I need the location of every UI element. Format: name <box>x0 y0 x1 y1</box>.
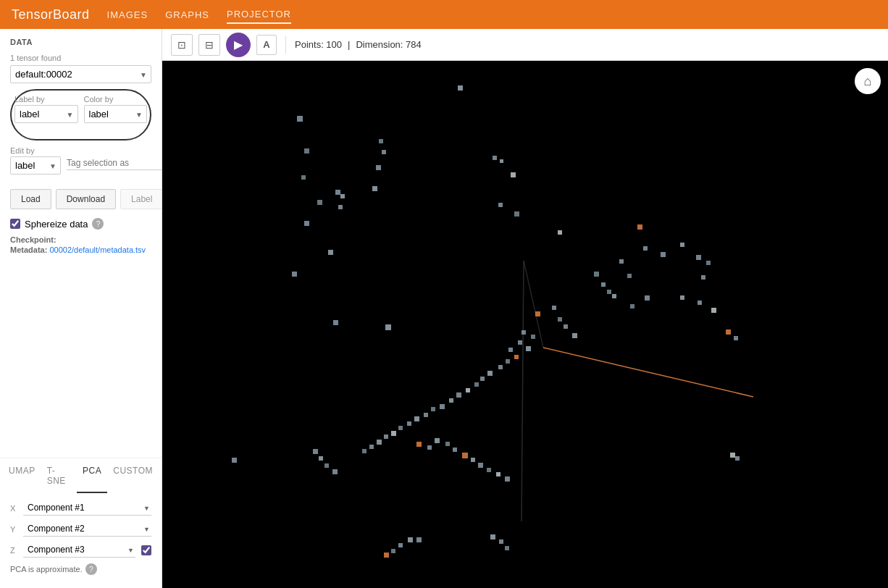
svg-rect-3 <box>297 116 303 122</box>
svg-rect-9 <box>500 159 503 163</box>
svg-rect-81 <box>478 463 483 468</box>
svg-rect-39 <box>645 295 650 301</box>
home-button[interactable]: ⌂ <box>855 68 881 94</box>
tensor-select[interactable]: default:00002 <box>10 65 151 83</box>
svg-rect-92 <box>416 537 422 542</box>
play-button[interactable]: ▶ <box>226 33 251 57</box>
svg-rect-78 <box>453 448 457 452</box>
text-icon: A <box>263 39 269 50</box>
svg-rect-65 <box>424 413 428 417</box>
color-by-select[interactable]: label <box>84 105 148 123</box>
z-component-select[interactable]: Component #3 <box>23 542 135 558</box>
y-component-select[interactable]: Component #2 <box>23 521 151 537</box>
label-button[interactable]: Label <box>120 189 162 209</box>
svg-rect-34 <box>607 290 611 294</box>
text-button[interactable]: A <box>256 35 277 55</box>
sphereize-row: Sphereize data ? <box>10 218 151 230</box>
svg-rect-79 <box>462 453 468 458</box>
svg-rect-28 <box>696 255 701 260</box>
svg-rect-87 <box>391 549 395 553</box>
svg-rect-41 <box>698 301 702 305</box>
x-axis-row: X Component #1 ▼ <box>10 500 151 516</box>
svg-rect-6 <box>382 150 386 154</box>
tensor-count: 1 tensor found <box>10 54 151 62</box>
play-icon: ▶ <box>234 38 243 51</box>
y-axis-row: Y Component #2 ▼ <box>10 521 151 537</box>
pca-approx-help-icon[interactable]: ? <box>85 563 97 575</box>
svg-rect-94 <box>319 456 323 461</box>
nav-projector[interactable]: PROJECTOR <box>227 6 291 24</box>
svg-rect-66 <box>414 416 419 421</box>
sphereize-help-icon[interactable]: ? <box>92 218 104 230</box>
canvas-area[interactable]: ⌂ <box>162 61 888 588</box>
svg-rect-68 <box>398 426 403 430</box>
svg-rect-57 <box>487 371 493 376</box>
edit-by-select[interactable]: label <box>10 156 61 175</box>
svg-rect-73 <box>362 449 366 453</box>
svg-rect-53 <box>508 348 513 352</box>
svg-rect-74 <box>416 442 422 447</box>
label-by-select[interactable]: label <box>14 105 78 123</box>
svg-rect-27 <box>680 243 684 247</box>
svg-rect-97 <box>726 329 731 335</box>
section-title: DATA <box>10 38 151 46</box>
dimension-info: Dimension: 784 <box>356 39 421 50</box>
tab-tsne[interactable]: T-SNE <box>41 458 77 493</box>
svg-rect-51 <box>518 340 522 345</box>
svg-rect-91 <box>505 546 509 550</box>
svg-rect-88 <box>384 553 389 558</box>
svg-rect-89 <box>490 534 495 539</box>
svg-rect-30 <box>701 275 705 280</box>
svg-rect-69 <box>391 431 396 436</box>
label-by-field: Label by label ▼ <box>14 95 78 129</box>
edit-by-label: Edit by <box>10 146 61 155</box>
svg-rect-100 <box>735 456 740 461</box>
z-component-select-wrapper: Component #3 ▼ <box>23 542 135 558</box>
color-by-field: Color by label ▼ <box>84 95 148 129</box>
edit-by-select-wrapper: label ▼ <box>10 156 61 175</box>
svg-rect-75 <box>427 445 432 450</box>
svg-rect-49 <box>522 330 526 335</box>
tab-umap[interactable]: UMAP <box>3 458 41 493</box>
svg-rect-54 <box>514 355 519 359</box>
svg-rect-64 <box>431 407 435 411</box>
tabs-row: UMAP T-SNE PCA CUSTOM <box>0 458 162 493</box>
svg-rect-35 <box>612 294 616 298</box>
tab-pca[interactable]: PCA <box>77 458 107 493</box>
download-button[interactable]: Download <box>56 189 116 209</box>
settings-button[interactable]: ⊟ <box>198 34 220 56</box>
home-icon: ⌂ <box>864 74 872 89</box>
svg-rect-32 <box>385 324 391 330</box>
svg-rect-58 <box>480 377 485 381</box>
sphereize-label: Sphereize data <box>25 219 88 230</box>
sphereize-checkbox[interactable] <box>10 219 20 229</box>
svg-rect-24 <box>619 259 624 264</box>
svg-rect-40 <box>680 295 684 300</box>
load-button[interactable]: Load <box>10 189 51 209</box>
x-component-select[interactable]: Component #1 <box>23 500 151 516</box>
svg-rect-52 <box>526 346 531 351</box>
svg-rect-12 <box>511 172 516 177</box>
svg-rect-13 <box>335 190 340 195</box>
tag-input[interactable] <box>67 156 162 170</box>
y-component-select-wrapper: Component #2 ▼ <box>23 521 151 537</box>
svg-rect-101 <box>232 458 237 463</box>
tab-custom[interactable]: CUSTOM <box>107 458 159 493</box>
svg-line-2 <box>543 348 753 397</box>
viz-toolbar: ⊡ ⊟ ▶ A Points: 100 | Dimension: 784 <box>162 29 888 61</box>
svg-rect-55 <box>506 359 510 364</box>
svg-rect-45 <box>552 306 556 310</box>
metadata-value[interactable]: 00002/default/metadata.tsv <box>49 245 146 254</box>
svg-rect-98 <box>734 336 738 340</box>
screenshot-button[interactable]: ⊡ <box>171 34 193 56</box>
label-by-label: Label by <box>14 95 78 104</box>
svg-rect-59 <box>474 382 479 387</box>
svg-rect-93 <box>313 449 318 454</box>
nav-graphs[interactable]: GRAPHS <box>165 7 209 23</box>
svg-rect-76 <box>435 438 440 443</box>
edit-by-row: Edit by label ▼ <box>10 146 151 180</box>
svg-rect-43 <box>333 320 338 325</box>
checkpoint-row: Checkpoint: <box>10 235 151 244</box>
nav-images[interactable]: IMAGES <box>107 7 148 23</box>
z-enabled-checkbox[interactable] <box>141 545 151 555</box>
